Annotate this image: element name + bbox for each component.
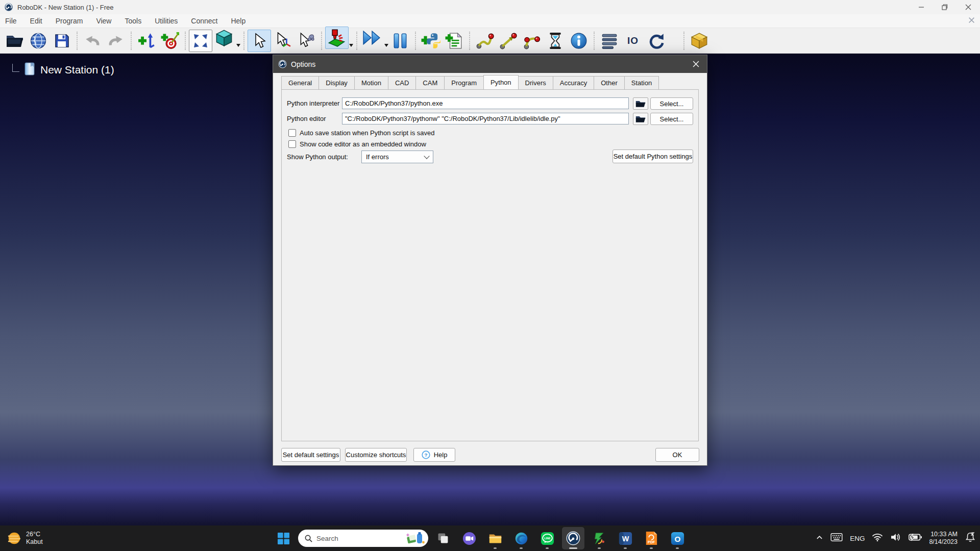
python-output-select[interactable]: If errors — [361, 151, 433, 163]
touch-keyboard-icon[interactable] — [830, 532, 843, 544]
add-python-program-button[interactable] — [419, 30, 443, 52]
customize-shortcuts-button[interactable]: Customize shortcuts — [345, 448, 407, 462]
menu-file[interactable]: File — [5, 17, 17, 25]
station-parameters-button[interactable] — [598, 30, 621, 52]
autosave-checkbox[interactable] — [288, 129, 296, 137]
tab-python[interactable]: Python — [483, 75, 518, 89]
taskbar-search[interactable] — [298, 530, 428, 547]
start-button[interactable] — [272, 527, 295, 549]
pdf-app-button[interactable]: PDF — [640, 527, 663, 549]
interpreter-select-button[interactable]: Select... — [650, 97, 693, 110]
weather-description: Kabut — [26, 538, 43, 546]
set-default-python-settings-button[interactable]: Set default Python settings — [612, 149, 693, 163]
search-highlight-art — [406, 531, 425, 545]
minimize-button[interactable] — [910, 0, 933, 14]
editor-select-button[interactable]: Select... — [650, 113, 693, 125]
add-reference-frame-button[interactable] — [135, 30, 158, 52]
help-button[interactable]: ? Help — [413, 448, 455, 462]
interpreter-browse-button[interactable] — [633, 97, 648, 110]
robodk-taskbar-button[interactable] — [562, 527, 584, 549]
move-reference-button[interactable] — [271, 30, 295, 52]
tab-drivers[interactable]: Drivers — [518, 76, 553, 89]
paint-tool-button[interactable] — [325, 27, 349, 49]
menu-tools[interactable]: Tools — [125, 17, 141, 25]
isometric-view-button[interactable] — [212, 27, 236, 49]
battery-icon[interactable] — [909, 533, 922, 543]
menu-connect[interactable]: Connect — [191, 17, 217, 25]
chevron-down-icon[interactable] — [236, 44, 240, 49]
save-station-button[interactable] — [50, 30, 74, 52]
wifi-icon[interactable] — [872, 533, 883, 544]
close-station-icon[interactable] — [968, 17, 975, 25]
menu-help[interactable]: Help — [231, 17, 246, 25]
file-explorer-button[interactable] — [484, 527, 506, 549]
fit-view-button[interactable] — [189, 30, 212, 52]
hidden-icons-chevron[interactable] — [816, 534, 823, 543]
ok-button[interactable]: OK — [655, 448, 699, 462]
paint-dropdown[interactable] — [325, 30, 353, 52]
move-circular-button[interactable] — [520, 30, 544, 52]
view-dropdown[interactable] — [212, 30, 240, 52]
taskbar: 26°C Kabut LINE W PDF O ENG — [0, 525, 980, 551]
refresh-button[interactable] — [645, 30, 668, 52]
tab-cam[interactable]: CAM — [415, 76, 445, 89]
set-default-settings-button[interactable]: Set default settings — [281, 448, 340, 462]
idm-app-button[interactable] — [588, 527, 610, 549]
tab-motion[interactable]: Motion — [354, 76, 388, 89]
python-editor-input[interactable] — [342, 113, 629, 124]
open-station-button[interactable] — [3, 30, 27, 52]
move-joint-button[interactable] — [473, 30, 497, 52]
language-indicator[interactable]: ENG — [850, 535, 865, 542]
select-tool-button[interactable] — [248, 30, 271, 52]
volume-icon[interactable] — [890, 533, 901, 544]
run-dropdown[interactable] — [360, 30, 388, 52]
video-meeting-app-button[interactable] — [458, 527, 480, 549]
outlook-app-button[interactable]: O — [666, 527, 689, 549]
line-app-button[interactable]: LINE — [536, 527, 558, 549]
pause-simulation-button[interactable] — [388, 30, 412, 52]
editor-browse-button[interactable] — [633, 113, 648, 125]
add-target-button[interactable] — [158, 30, 182, 52]
io-monitor-button[interactable]: IO — [621, 30, 645, 52]
fast-simulation-button[interactable] — [360, 27, 384, 49]
simulation-speed-icon[interactable] — [544, 30, 567, 52]
word-app-button[interactable]: W — [614, 527, 636, 549]
tab-cad[interactable]: CAD — [388, 76, 416, 89]
embedded-editor-checkbox[interactable] — [288, 140, 296, 148]
tab-display[interactable]: Display — [318, 76, 355, 89]
chevron-down-icon[interactable] — [384, 44, 388, 49]
move-tool-button[interactable] — [295, 30, 318, 52]
package-export-button[interactable] — [688, 30, 711, 52]
autosave-checkbox-row[interactable]: Auto save station when Python script is … — [288, 129, 434, 137]
menu-view[interactable]: View — [96, 17, 111, 25]
weather-widget[interactable]: 26°C Kabut — [6, 531, 43, 546]
menu-edit[interactable]: Edit — [30, 17, 42, 25]
move-linear-button[interactable] — [497, 30, 520, 52]
python-interpreter-input[interactable] — [342, 97, 629, 109]
redo-button[interactable] — [104, 30, 128, 52]
undo-button[interactable] — [81, 30, 104, 52]
menu-utilities[interactable]: Utilities — [155, 17, 178, 25]
info-button[interactable] — [567, 30, 591, 52]
search-input[interactable] — [316, 535, 393, 542]
viewport-3d[interactable]: New Station (1) Options General Display … — [0, 54, 980, 525]
line-app-icon: LINE — [541, 532, 554, 545]
add-program-button[interactable] — [443, 30, 466, 52]
tab-program[interactable]: Program — [444, 76, 484, 89]
tab-station[interactable]: Station — [624, 76, 659, 89]
menu-program[interactable]: Program — [56, 17, 83, 25]
restore-button[interactable] — [933, 0, 957, 14]
tab-accuracy[interactable]: Accuracy — [553, 76, 594, 89]
embedded-editor-checkbox-row[interactable]: Show code editor as an embedded window — [288, 140, 426, 148]
notification-bell-icon[interactable] — [965, 532, 976, 545]
open-library-button[interactable] — [27, 30, 50, 52]
tab-general[interactable]: General — [281, 76, 319, 89]
tab-other[interactable]: Other — [594, 76, 625, 89]
station-tree-item[interactable]: New Station (1) — [12, 62, 114, 76]
task-view-button[interactable] — [432, 527, 454, 549]
clock-widget[interactable]: 10:33 AM 8/14/2023 — [929, 531, 958, 546]
edge-browser-button[interactable] — [510, 527, 532, 549]
dialog-close-button[interactable] — [684, 55, 707, 73]
close-button[interactable] — [957, 0, 980, 14]
chevron-down-icon[interactable] — [349, 44, 353, 49]
